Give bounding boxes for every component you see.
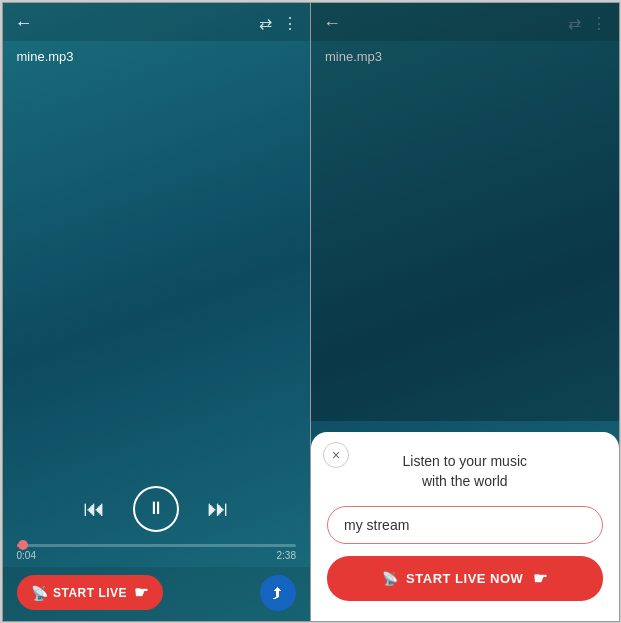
- left-time-total: 2:38: [277, 550, 296, 561]
- left-song-title: mine.mp3: [3, 41, 311, 68]
- right-modal: × Listen to your music with the world 📡 …: [311, 432, 619, 620]
- left-controls-row: ⏮ ⏸ ⏭: [3, 478, 311, 540]
- right-modal-close-icon: ×: [332, 447, 340, 463]
- left-live-radio-icon: 📡: [31, 585, 49, 601]
- left-progress-bar[interactable]: [17, 544, 297, 547]
- left-progress-times: 0:04 2:38: [17, 550, 297, 561]
- left-artwork-area: [3, 68, 311, 478]
- left-time-current: 0:04: [17, 550, 36, 561]
- right-cursor-hand: ☛: [533, 569, 548, 588]
- left-shuffle-icon[interactable]: ⇄: [259, 14, 272, 33]
- left-back-button[interactable]: ←: [15, 13, 33, 34]
- left-live-button[interactable]: 📡 START LIVE ☛: [17, 575, 163, 610]
- left-progress-area: 0:04 2:38: [3, 540, 311, 567]
- left-share-icon: ⮭: [270, 584, 286, 602]
- left-live-button-label: START LIVE: [53, 586, 127, 600]
- left-pause-button[interactable]: ⏸: [133, 486, 179, 532]
- right-start-live-now-button[interactable]: 📡 START LIVE NOW ☛: [327, 556, 603, 601]
- right-start-live-now-label: START LIVE NOW: [406, 571, 523, 586]
- left-prev-button[interactable]: ⏮: [83, 496, 105, 522]
- right-phone-screen: ← ⇄ ⋮ mine.mp3 ⏮ ⏸ ⏭ × Listen to your mu…: [310, 3, 619, 621]
- right-dim-overlay: [311, 3, 619, 421]
- left-top-bar: ← ⇄ ⋮: [3, 3, 311, 41]
- left-phone-screen: ← ⇄ ⋮ mine.mp3 ⏮ ⏸ ⏭: [3, 3, 311, 621]
- left-progress-dot: [18, 540, 28, 550]
- left-cursor-hand: ☛: [134, 583, 149, 602]
- right-modal-title: Listen to your music with the world: [327, 448, 603, 491]
- right-stream-name-input[interactable]: [327, 506, 603, 544]
- left-more-icon[interactable]: ⋮: [282, 14, 298, 33]
- left-share-button[interactable]: ⮭: [260, 575, 296, 611]
- left-next-button[interactable]: ⏭: [207, 496, 229, 522]
- left-bottom-bar: 📡 START LIVE ☛ ⮭: [3, 567, 311, 621]
- right-live-now-radio-icon: 📡: [382, 571, 399, 586]
